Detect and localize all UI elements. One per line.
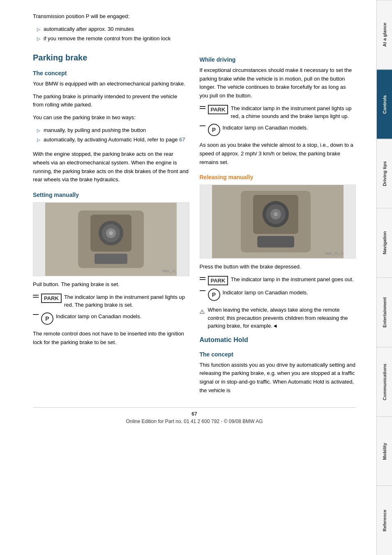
while-driving-text2: As soon as you brake the vehicle almost … bbox=[200, 141, 356, 166]
park-label-driving: PARK bbox=[208, 105, 228, 114]
park-description: The indicator lamp in the instrument pan… bbox=[64, 293, 189, 309]
bullet-arrow-icon: ▷ bbox=[37, 26, 40, 33]
gear-release-illustration: Wpc_21_044 bbox=[212, 185, 344, 259]
sidebar-tab-at-a-glance[interactable]: At a glance bbox=[377, 0, 392, 69]
dash-line bbox=[33, 314, 39, 315]
sidebar-tab-communications[interactable]: Communications bbox=[377, 347, 392, 416]
sidebar-tab-driving-tips[interactable]: Driving tips bbox=[377, 139, 392, 208]
park-indicator-release: PARK The indicator lamp in the instrumen… bbox=[200, 275, 356, 285]
indicator-dashes bbox=[33, 293, 39, 298]
bullet-arrow-icon: ▷ bbox=[37, 35, 40, 42]
p-indicator-text: Indicator lamp on Canadian models. bbox=[56, 312, 141, 321]
sidebar-tab-label: At a glance bbox=[382, 23, 387, 47]
svg-point-15 bbox=[274, 212, 278, 216]
p-indicator-set: P Indicator lamp on Canadian models. bbox=[33, 312, 189, 325]
sidebar-tab-label: Driving tips bbox=[382, 161, 387, 186]
indicator-dashes bbox=[200, 289, 205, 291]
releasing-manually-figure: Wpc_21_044 bbox=[200, 185, 356, 259]
main-columns: Parking brake The concept Your BMW is eq… bbox=[33, 49, 356, 399]
remote-control-text: The remote control does not have to be i… bbox=[33, 330, 189, 347]
p-indicator-text-release: Indicator lamp on Canadian models. bbox=[223, 289, 308, 297]
p-circle-icon: P bbox=[41, 312, 53, 325]
concept-bullet-text: automatically, by activating Automatic H… bbox=[44, 136, 185, 144]
park-label: PARK bbox=[41, 294, 62, 303]
park-text-release: The indicator lamp in the instrument pan… bbox=[231, 275, 353, 284]
indicator-dashes bbox=[200, 275, 205, 280]
setting-manually-heading: Setting manually bbox=[33, 192, 189, 198]
sidebar-tab-navigation[interactable]: Navigation bbox=[377, 208, 392, 278]
intro-section: Transmission position P will be engaged:… bbox=[33, 12, 356, 43]
setting-manually-figure: Wpc_21_046 bbox=[33, 202, 189, 276]
dash-line bbox=[200, 106, 205, 107]
intro-bullets: ▷ automatically after approx. 30 minutes… bbox=[37, 25, 356, 43]
bullet-text: automatically after approx. 30 minutes bbox=[44, 25, 134, 33]
park-indicator-driving: PARK The indicator lamp in the instrumen… bbox=[200, 104, 356, 120]
sidebar-tab-label: Communications bbox=[382, 363, 387, 400]
indicator-dashes bbox=[200, 124, 205, 126]
concept-bullet-text: manually, by pulling and pushing the but… bbox=[44, 126, 146, 134]
p-indicator-driving: P Indicator lamp on Canadian models. bbox=[200, 124, 356, 136]
sidebar-tab-mobility[interactable]: Mobility bbox=[377, 416, 392, 486]
p-circle-icon: P bbox=[208, 289, 220, 301]
dash-line bbox=[33, 297, 39, 298]
sidebar-tab-label: Entertainment bbox=[382, 297, 387, 328]
right-column: While driving If exceptional circumstanc… bbox=[200, 49, 356, 399]
park-indicator-set: PARK The indicator lamp in the instrumen… bbox=[33, 293, 189, 309]
bullet-arrow-icon: ▷ bbox=[37, 136, 40, 143]
bullet-text: if you remove the remote control from th… bbox=[44, 35, 171, 43]
concept-text4: With the engine stopped, the parking bra… bbox=[33, 150, 189, 184]
dash-line bbox=[200, 277, 205, 278]
svg-rect-16 bbox=[257, 236, 294, 247]
intro-text: Transmission position P will be engaged: bbox=[33, 12, 356, 21]
left-column: Parking brake The concept Your BMW is eq… bbox=[33, 49, 189, 399]
p-circle-icon: P bbox=[208, 124, 220, 136]
dash-line bbox=[200, 279, 205, 280]
releasing-caption: Press the button with the brake depresse… bbox=[200, 263, 356, 271]
parking-brake-heading: Parking brake bbox=[33, 53, 189, 62]
bullet-item: ▷ if you remove the remote control from … bbox=[37, 35, 356, 43]
sidebar-tab-reference[interactable]: Reference bbox=[377, 486, 392, 555]
auto-hold-concept-text: This function assists you as you drive b… bbox=[200, 361, 356, 395]
warning-section: ! When leaving the vehicle, always take … bbox=[200, 306, 356, 330]
auto-hold-concept-heading: The concept bbox=[200, 351, 356, 358]
concept-bullet: ▷ manually, by pulling and pushing the b… bbox=[37, 126, 189, 134]
releasing-manually-heading: Releasing manually bbox=[200, 174, 356, 180]
gear-shift-illustration: Wpc_21_046 bbox=[45, 202, 177, 276]
page-footer: 67 Online Edition for Part no. 01 41 2 6… bbox=[33, 407, 356, 424]
setting-caption: Pull button. The parking brake is set. bbox=[33, 280, 189, 289]
sidebar-tab-label: Reference bbox=[382, 510, 387, 532]
svg-rect-7 bbox=[95, 254, 127, 264]
bullet-item: ▷ automatically after approx. 30 minutes bbox=[37, 25, 356, 33]
park-label-release: PARK bbox=[208, 276, 228, 285]
svg-text:Wpc_21_046: Wpc_21_046 bbox=[162, 269, 177, 273]
svg-text:!: ! bbox=[201, 311, 202, 314]
svg-point-6 bbox=[109, 231, 113, 235]
park-text-driving: The indicator lamp in the instrument pan… bbox=[231, 104, 356, 120]
p-indicator-release: P Indicator lamp on Canadian models. bbox=[200, 289, 356, 301]
indicator-dashes bbox=[200, 104, 205, 109]
sidebar-tab-label: Mobility bbox=[382, 443, 387, 460]
indicator-dashes bbox=[33, 312, 39, 315]
footer-text: Online Edition for Part no. 01 41 2 600 … bbox=[126, 419, 263, 424]
p-indicator-text-driving: Indicator lamp on Canadian models. bbox=[223, 124, 308, 132]
warning-text: When leaving the vehicle, always take al… bbox=[208, 306, 356, 330]
bullet-arrow-icon: ▷ bbox=[37, 127, 40, 134]
concept-text2: The parking brake is primarily intended … bbox=[33, 92, 189, 110]
sidebar-tab-entertainment[interactable]: Entertainment bbox=[377, 278, 392, 347]
page-number: 67 bbox=[33, 411, 356, 417]
warning-triangle-icon: ! bbox=[200, 306, 205, 317]
dash-line bbox=[33, 295, 39, 296]
concept-bullets: ▷ manually, by pulling and pushing the b… bbox=[37, 126, 189, 144]
page-link[interactable]: 67 bbox=[179, 136, 185, 143]
concept-text3: You can use the parking brake in two way… bbox=[33, 113, 189, 122]
svg-text:Wpc_21_044: Wpc_21_044 bbox=[325, 251, 344, 255]
automatic-hold-heading: Automatic Hold bbox=[200, 336, 356, 344]
concept-heading: The concept bbox=[33, 70, 189, 76]
sidebar-tab-label: Navigation bbox=[382, 231, 387, 254]
while-driving-heading: While driving bbox=[200, 56, 356, 63]
dash-line bbox=[200, 290, 205, 291]
concept-bullet: ▷ automatically, by activating Automatic… bbox=[37, 136, 189, 144]
concept-text1: Your BMW is equipped with an electromech… bbox=[33, 80, 189, 88]
dash-line bbox=[200, 125, 205, 126]
sidebar-tab-controls[interactable]: Controls bbox=[377, 69, 392, 139]
